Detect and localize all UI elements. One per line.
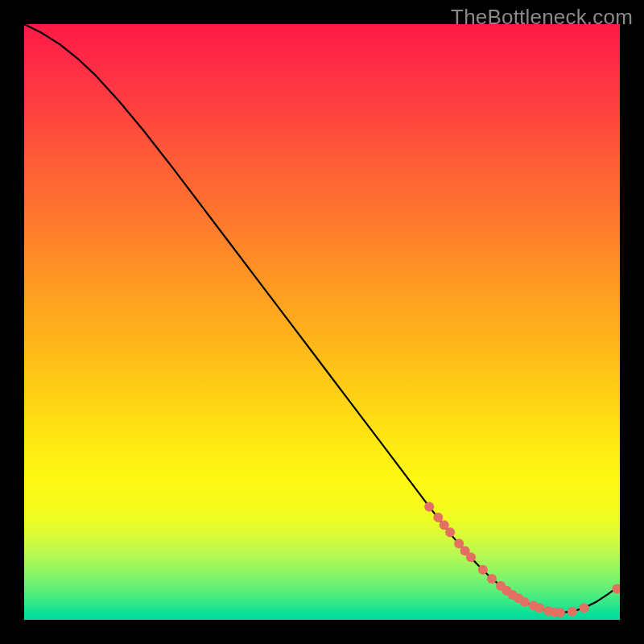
marker-point [580, 603, 589, 613]
plot-area [24, 24, 620, 620]
chart-svg [24, 24, 620, 620]
marker-point [555, 608, 565, 617]
marker-point [487, 574, 497, 584]
marker-point [478, 565, 488, 575]
watermark-text: TheBottleneck.com [451, 5, 633, 30]
marker-point [445, 527, 455, 537]
marker-point [535, 603, 544, 613]
marker-point [466, 552, 476, 562]
marker-point [433, 513, 443, 522]
marker-point [424, 502, 434, 511]
marker-point [568, 607, 577, 617]
bottleneck-curve [24, 24, 620, 613]
highlight-markers [424, 502, 620, 617]
marker-point [612, 584, 620, 594]
marker-point [520, 597, 530, 607]
